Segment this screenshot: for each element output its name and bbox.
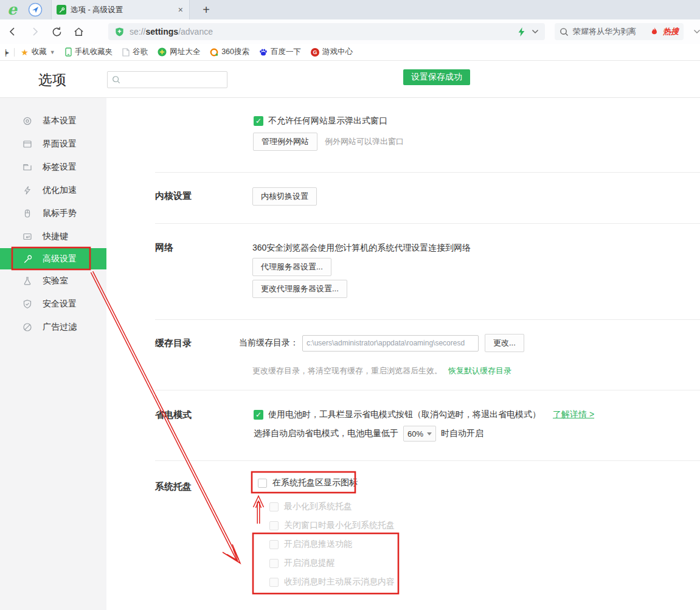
addressbar-chevron-down-icon[interactable]	[532, 29, 539, 34]
minimize-on-close-checkbox[interactable]	[269, 521, 279, 530]
settings-sidebar: 基本设置 界面设置 标签设置 优化加速 鼠标手势 快捷键 高级设置 实验室 安全…	[0, 98, 106, 610]
tray-disabled-row: 关闭窗口时最小化到系统托盘	[269, 520, 395, 531]
forward-button-icon[interactable]	[26, 23, 44, 41]
sidebar-item-laboratory[interactable]: 实验室	[0, 269, 106, 293]
new-tab-button[interactable]: +	[198, 3, 214, 17]
tab-close-icon[interactable]: ×	[177, 5, 184, 15]
tab-bar: e 选项 - 高级设置 × +	[0, 0, 700, 19]
tray-disabled-row: 开启消息提醒	[269, 558, 335, 569]
options-search[interactable]	[107, 71, 227, 88]
divider	[155, 319, 700, 320]
hot-search-text: 荣耀将从华为剥离	[573, 26, 636, 37]
sidebar-item-shortcuts[interactable]: 快捷键	[0, 225, 106, 248]
message-reminder-checkbox[interactable]	[269, 559, 279, 568]
chevron-down-icon[interactable]: ▼	[50, 49, 55, 55]
toolbar: se://settings/advance 荣耀将从华为剥离 热搜	[0, 19, 700, 44]
tab-title: 选项 - 高级设置	[71, 5, 177, 15]
popup-exception-row: 管理例外网站 例外网站可以弹出窗口	[253, 133, 404, 151]
kernel-switch-button[interactable]: 内核切换设置	[252, 187, 317, 206]
sidebar-item-advanced[interactable]: 高级设置	[0, 248, 106, 269]
divider	[155, 223, 700, 224]
tray-show-icon-checkbox[interactable]	[258, 479, 267, 488]
tab-icon	[22, 162, 32, 173]
change-proxy-settings-button[interactable]: 更改代理服务器设置...	[252, 280, 347, 298]
navigation-compass-icon[interactable]	[28, 2, 43, 17]
power-auto-prefix: 选择自动启动省电模式，电池电量低于	[254, 428, 398, 439]
block-icon	[22, 322, 32, 333]
home-button-icon[interactable]	[69, 23, 88, 41]
minimize-to-tray-checkbox[interactable]	[269, 502, 279, 511]
change-cache-dir-button[interactable]: 更改...	[485, 334, 524, 352]
url-text: se://settings/advance	[130, 27, 213, 36]
network-description: 360安全浏览器会使用您计算机的系统代理设置连接到网络	[252, 243, 471, 254]
flame-icon	[651, 27, 658, 36]
cache-dir-field-label: 当前缓存目录：	[239, 338, 299, 348]
popup-exception-hint: 例外网站可以弹出窗口	[325, 136, 404, 147]
divider	[155, 460, 700, 461]
popup-checkbox[interactable]: ✓	[254, 116, 263, 126]
chevron-down-icon	[427, 432, 432, 435]
manage-exceptions-button[interactable]: 管理例外网站	[253, 133, 317, 151]
browser-logo-icon[interactable]: e	[0, 1, 24, 19]
cache-section-label: 缓存目录	[155, 338, 192, 349]
bookmark-google[interactable]: 谷歌	[122, 47, 148, 57]
tray-disabled-row: 开启消息推送功能	[269, 539, 352, 550]
sidebar-item-mouse-gestures[interactable]: 鼠标手势	[0, 202, 106, 225]
sidebar-item-optimization[interactable]: 优化加速	[0, 179, 106, 202]
sidebar-item-security[interactable]: 安全设置	[0, 293, 106, 316]
enter-key-icon	[22, 232, 32, 242]
sidebar-collapse-icon[interactable]: |▸	[5, 48, 8, 57]
search-icon	[560, 27, 569, 36]
mouse-icon	[22, 209, 32, 219]
sidebar-item-basic[interactable]: 基本设置	[0, 109, 106, 133]
address-bar[interactable]: se://settings/advance	[108, 23, 545, 40]
tray-show-icon-label: 在系统托盘区显示图标	[272, 477, 358, 488]
sidebar-item-tabs[interactable]: 标签设置	[0, 156, 106, 179]
bookmark-baidu[interactable]: 百度一下	[259, 47, 301, 57]
tray-disabled-row: 收到消息时主动展示消息内容	[269, 577, 395, 587]
baidu-paw-icon	[259, 48, 268, 57]
bookmark-favorites[interactable]: ★ 收藏 ▼	[21, 47, 55, 57]
star-icon: ★	[21, 47, 29, 57]
lightning-icon	[22, 185, 32, 196]
kernel-section-label: 内核设置	[155, 190, 192, 202]
back-button-icon[interactable]	[4, 23, 22, 41]
active-tab[interactable]: 选项 - 高级设置 ×	[51, 0, 190, 19]
options-page-header	[0, 61, 700, 98]
speed-bolt-icon[interactable]	[518, 27, 525, 36]
message-push-checkbox[interactable]	[269, 540, 279, 549]
sidebar-item-interface[interactable]: 界面设置	[0, 133, 106, 156]
game-center-icon: G	[311, 48, 319, 57]
bookmark-site-navigation[interactable]: 网址大全	[158, 47, 200, 57]
hot-search-box[interactable]: 荣耀将从华为剥离 热搜	[555, 23, 684, 40]
bookmark-game-center[interactable]: G 游戏中心	[311, 47, 353, 57]
page-icon	[122, 48, 130, 57]
page-title: 选项	[38, 71, 66, 89]
battery-level-dropdown[interactable]: 60%	[403, 426, 436, 442]
cache-dir-input[interactable]	[302, 335, 479, 352]
power-section-label: 省电模式	[155, 409, 192, 421]
divider	[155, 390, 700, 390]
wrench-icon	[22, 254, 32, 264]
bookmark-360-search[interactable]: 360搜索	[210, 47, 249, 57]
flask-icon	[22, 276, 32, 286]
refresh-button-icon[interactable]	[47, 23, 66, 41]
power-checkbox[interactable]: ✓	[254, 410, 263, 420]
sidebar-item-ad-filter[interactable]: 广告过滤	[0, 316, 106, 339]
save-success-toast: 设置保存成功	[403, 69, 470, 85]
options-search-input[interactable]	[123, 72, 226, 87]
tray-disabled-row: 最小化到系统托盘	[269, 501, 352, 512]
power-checkbox-label: 使用电池时，工具栏显示省电模式按钮（取消勾选时，将退出省电模式）	[268, 409, 541, 420]
show-message-content-checkbox[interactable]	[269, 578, 279, 587]
learn-more-link[interactable]: 了解详情 >	[553, 409, 594, 420]
shield-check-icon	[22, 299, 32, 310]
divider	[14, 48, 15, 57]
proxy-settings-button[interactable]: 代理服务器设置...	[252, 258, 331, 276]
popup-checkbox-label: 不允许任何网站显示弹出式窗口	[268, 116, 387, 127]
360-search-icon	[210, 48, 218, 57]
hot-search-label: 热搜	[663, 26, 679, 37]
bookmark-mobile-favorites[interactable]: 手机收藏夹	[65, 47, 113, 57]
divider	[155, 172, 700, 173]
restore-default-cache-link[interactable]: 恢复默认缓存目录	[448, 366, 511, 376]
toolbar-overflow-chevron-icon[interactable]	[693, 29, 700, 34]
